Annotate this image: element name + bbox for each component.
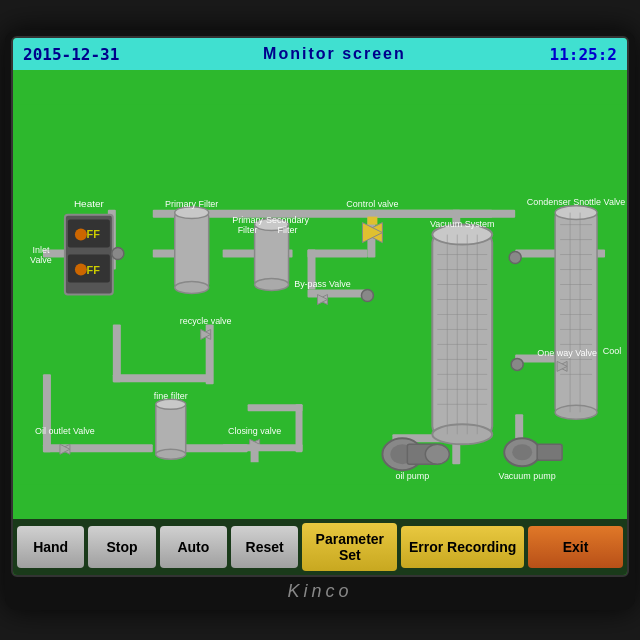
svg-point-71 [555, 405, 597, 419]
svg-rect-8 [308, 290, 368, 298]
svg-rect-6 [308, 250, 368, 258]
svg-point-122 [511, 358, 523, 370]
svg-text:Heater: Heater [74, 198, 105, 209]
diagram-area: OFF OFF Heater Inlet Valve Primary Filte… [13, 70, 627, 519]
svg-point-37 [175, 282, 209, 294]
svg-text:Inlet: Inlet [32, 245, 49, 255]
auto-button[interactable]: Auto [160, 526, 227, 568]
svg-point-109 [425, 444, 449, 464]
svg-text:Closing valve: Closing valve [228, 426, 281, 436]
svg-point-31 [75, 264, 87, 276]
svg-rect-23 [43, 374, 51, 452]
svg-text:Condenser Snottle Valve: Condenser Snottle Valve [527, 197, 626, 207]
svg-text:Vacuum pump: Vacuum pump [499, 471, 556, 481]
svg-rect-102 [248, 404, 303, 411]
svg-point-28 [75, 229, 87, 241]
svg-text:oil pump: oil pump [395, 471, 429, 481]
svg-text:recycle valve: recycle valve [180, 316, 232, 326]
svg-point-52 [432, 424, 492, 444]
svg-point-70 [555, 206, 597, 220]
hand-button[interactable]: Hand [17, 526, 84, 568]
svg-rect-35 [175, 213, 209, 288]
svg-point-119 [112, 248, 124, 260]
button-bar: Hand Stop Auto Reset Parameter Set Error… [13, 519, 627, 575]
svg-text:Secondary: Secondary [266, 215, 309, 225]
error-recording-button[interactable]: Error Recording [401, 526, 524, 568]
svg-point-112 [512, 444, 532, 460]
svg-point-41 [255, 279, 289, 291]
svg-text:fine filter: fine filter [154, 391, 188, 401]
svg-rect-69 [555, 213, 597, 413]
svg-rect-101 [296, 404, 303, 452]
svg-text:Valve: Valve [30, 255, 52, 265]
monitor-screen: 2015-12-31 Monitor screen 11:25:2 [11, 36, 629, 577]
parameter-set-button[interactable]: Parameter Set [302, 523, 397, 571]
svg-point-121 [509, 252, 521, 264]
header-date: 2015-12-31 [23, 45, 119, 64]
svg-point-120 [361, 290, 373, 302]
brand-label: Kinco [11, 577, 629, 604]
svg-text:Control valve: Control valve [346, 199, 398, 209]
svg-rect-10 [375, 210, 515, 218]
svg-text:Oil outlet Valve: Oil outlet Valve [35, 426, 95, 436]
svg-rect-100 [223, 444, 303, 451]
header-bar: 2015-12-31 Monitor screen 11:25:2 [13, 38, 627, 70]
svg-text:By-pass Valve: By-pass Valve [294, 279, 351, 289]
svg-rect-92 [156, 404, 186, 454]
reset-button[interactable]: Reset [231, 526, 298, 568]
svg-rect-113 [537, 444, 562, 460]
svg-rect-19 [113, 324, 121, 382]
svg-text:Filter: Filter [238, 225, 258, 235]
svg-text:Filter: Filter [278, 225, 298, 235]
header-title: Monitor screen [263, 45, 406, 63]
svg-rect-18 [113, 374, 213, 382]
svg-text:One way Valve: One way Valve [537, 348, 597, 358]
svg-text:Primary: Primary [232, 215, 263, 225]
svg-text:Vacuum System: Vacuum System [430, 219, 495, 229]
svg-point-94 [156, 449, 186, 459]
svg-rect-48 [367, 217, 377, 225]
header-time: 11:25:2 [550, 45, 617, 64]
stop-button[interactable]: Stop [88, 526, 155, 568]
monitor-outer: 2015-12-31 Monitor screen 11:25:2 [5, 30, 635, 610]
svg-text:Primary Filter: Primary Filter [165, 199, 218, 209]
svg-text:Cool: Cool [603, 346, 621, 356]
exit-button[interactable]: Exit [528, 526, 623, 568]
